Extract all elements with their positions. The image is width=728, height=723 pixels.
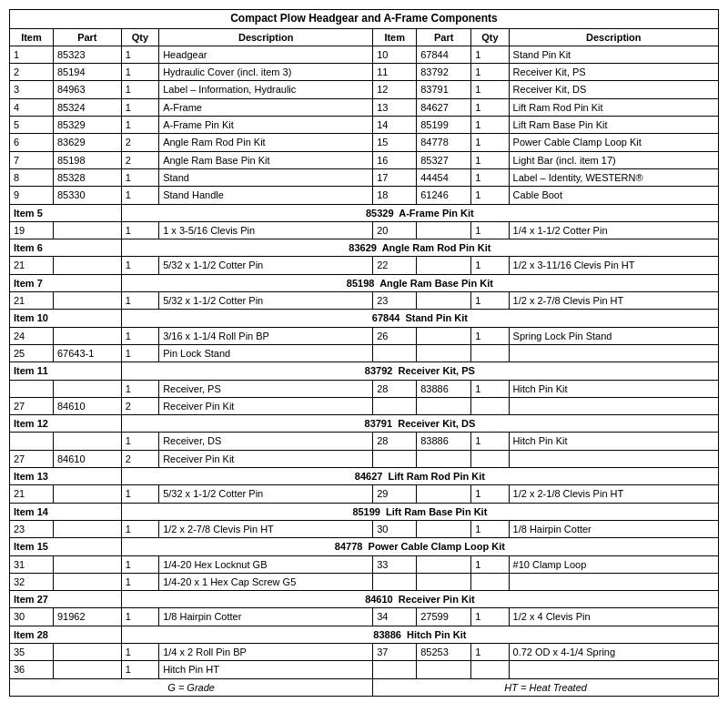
table-row: 21 1 5/32 x 1-1/2 Cotter Pin 29 1 1/2 x … <box>10 485 719 503</box>
header-row: Item Part Qty Description Item Part Qty … <box>10 28 719 46</box>
section-header-item27: Item 27 84610 Receiver Pin Kit <box>10 591 719 608</box>
section-header-item15: Item 15 84778 Power Cable Clamp Loop Kit <box>10 538 719 555</box>
col-part-r: Part <box>417 28 471 46</box>
table-row: 21 1 5/32 x 1-1/2 Cotter Pin 23 1 1/2 x … <box>10 292 719 310</box>
table-row: 9 85330 1 Stand Handle 18 61246 1 Cable … <box>10 187 719 204</box>
table-row: 35 1 1/4 x 2 Roll Pin BP 37 85253 1 0.72… <box>10 643 719 660</box>
table-row: 23 1 1/2 x 2-7/8 Clevis Pin HT 30 1 1/8 … <box>10 520 719 537</box>
qty: 1 <box>121 46 158 63</box>
section-header-item5: Item 5 85329 A-Frame Pin Kit <box>10 204 719 221</box>
title-row: Compact Plow Headgear and A-Frame Compon… <box>10 10 719 29</box>
table-row: 31 1 1/4-20 Hex Locknut GB 33 1 #10 Clam… <box>10 555 719 573</box>
main-table: Compact Plow Headgear and A-Frame Compon… <box>9 9 719 697</box>
footer-right: HT = Heat Treated <box>373 678 719 696</box>
desc-r: Stand Pin Kit <box>509 46 718 63</box>
table-row: 1 Receiver, PS 28 83886 1 Hitch Pin Kit <box>10 380 719 397</box>
table-row: 27 84610 2 Receiver Pin Kit <box>10 450 719 467</box>
part-num-r: 67844 <box>417 46 471 63</box>
table-title: Compact Plow Headgear and A-Frame Compon… <box>10 10 719 29</box>
col-qty-l: Qty <box>121 28 158 46</box>
section-header-item6: Item 6 83629 Angle Ram Rod Pin Kit <box>10 239 719 257</box>
table-row: 1 85323 1 Headgear 10 67844 1 Stand Pin … <box>10 46 719 63</box>
table-row: 30 91962 1 1/8 Hairpin Cotter 34 27599 1… <box>10 608 719 626</box>
section-header-item14: Item 14 85199 Lift Ram Base Pin Kit <box>10 503 719 520</box>
table-row: 6 83629 2 Angle Ram Rod Pin Kit 15 84778… <box>10 134 719 151</box>
footer-left: G = Grade <box>10 678 373 696</box>
table-row: 27 84610 2 Receiver Pin Kit <box>10 397 719 414</box>
table-row: 32 1 1/4-20 x 1 Hex Cap Screw G5 <box>10 573 719 590</box>
col-desc-r: Description <box>509 28 718 46</box>
col-desc-l: Description <box>159 28 373 46</box>
section-header-item28: Item 28 83886 Hitch Pin Kit <box>10 626 719 643</box>
table-row: 24 1 3/16 x 1-1/4 Roll Pin BP 26 1 Sprin… <box>10 327 719 344</box>
section-header-item7: Item 7 85198 Angle Ram Base Pin Kit <box>10 274 719 291</box>
footer-row: G = Grade HT = Heat Treated <box>10 678 719 696</box>
table-row: 36 1 Hitch Pin HT <box>10 661 719 678</box>
table-row: 1 Receiver, DS 28 83886 1 Hitch Pin Kit <box>10 433 719 450</box>
table-row: 3 84963 1 Label – Information, Hydraulic… <box>10 81 719 98</box>
section-header-item12: Item 12 83791 Receiver Kit, DS <box>10 415 719 433</box>
table-row: 8 85328 1 Stand 17 44454 1 Label – Ident… <box>10 168 719 186</box>
table-row: 4 85324 1 A-Frame 13 84627 1 Lift Ram Ro… <box>10 98 719 116</box>
item-num: 1 <box>10 46 54 63</box>
table-row: 19 1 1 x 3-5/16 Clevis Pin 20 1 1/4 x 1-… <box>10 221 719 239</box>
table-row: 25 67643-1 1 Pin Lock Stand <box>10 344 719 362</box>
qty-r: 1 <box>471 46 509 63</box>
part-num: 85323 <box>53 46 121 63</box>
table-row: 5 85329 1 A-Frame Pin Kit 14 85199 1 Lif… <box>10 117 719 134</box>
section-header-item11: Item 11 83792 Receiver Kit, PS <box>10 362 719 380</box>
table-row: 2 85194 1 Hydraulic Cover (incl. item 3)… <box>10 64 719 81</box>
col-item-r: Item <box>373 28 417 46</box>
item-num-r: 10 <box>373 46 417 63</box>
desc: Headgear <box>159 46 373 63</box>
section-header-item10: Item 10 67844 Stand Pin Kit <box>10 310 719 327</box>
table-row: 21 1 5/32 x 1-1/2 Cotter Pin 22 1 1/2 x … <box>10 257 719 274</box>
section-header-item13: Item 13 84627 Lift Ram Rod Pin Kit <box>10 468 719 485</box>
col-item-l: Item <box>10 28 54 46</box>
col-part-l: Part <box>53 28 121 46</box>
table-row: 7 85198 2 Angle Ram Base Pin Kit 16 8532… <box>10 151 719 168</box>
col-qty-r: Qty <box>471 28 509 46</box>
